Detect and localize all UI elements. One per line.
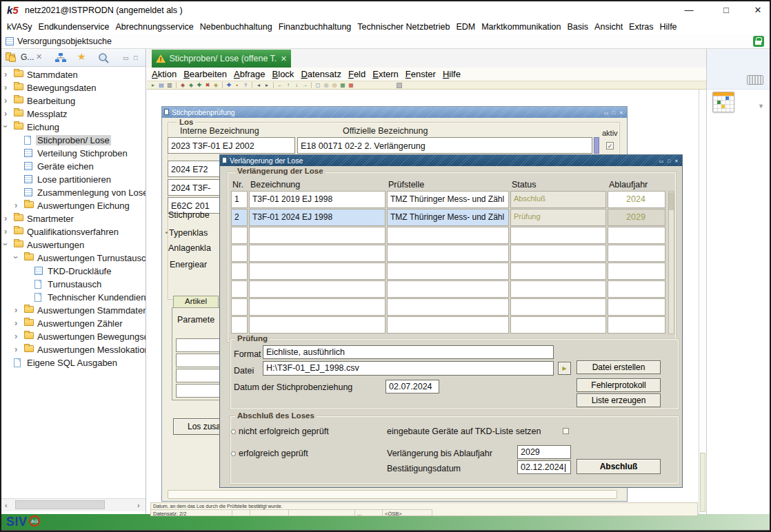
form-menu-block[interactable]: Block — [272, 69, 294, 79]
parameter-cell-3[interactable] — [176, 369, 221, 382]
tree-item-label[interactable]: Turnustausch — [46, 279, 103, 289]
tree-item-eigene-sql-ausgaben[interactable]: Eigene SQL Ausgaben — [1, 356, 146, 369]
tree-item-label[interactable]: Auswertungen Eichung — [36, 201, 131, 211]
form-menu-feld[interactable]: Feld — [348, 69, 366, 79]
toolbar-execute-query-icon[interactable]: ✚ — [196, 82, 203, 89]
table-cell-nr-row3[interactable] — [231, 227, 248, 244]
table-cell-bezeichnung-row7[interactable] — [249, 298, 386, 316]
tree-item-turnustausch[interactable]: Turnustausch — [1, 278, 146, 291]
table-cell-ablaufjahr-row7[interactable] — [608, 298, 665, 316]
tree-item-verteilung-stichproben[interactable]: Verteilung Stichproben — [1, 147, 146, 160]
datum-stichprobenziehung-field[interactable]: 02.07.2024 — [386, 380, 439, 393]
expand-icon[interactable]: › — [14, 331, 17, 341]
app-menu-kvasy[interactable]: kVASy — [7, 22, 32, 32]
table-cell-ablaufjahr-row4[interactable] — [608, 245, 665, 262]
tree-item-label[interactable]: Auswertungen Turnustausch — [36, 253, 146, 263]
table-cell-ablaufjahr-row2[interactable]: 2029 — [608, 209, 665, 226]
tree-item-label[interactable]: Qualifikationsverfahren — [26, 227, 120, 237]
toolbar-run-icon[interactable]: ▸ — [150, 82, 157, 89]
tree-item-label[interactable]: Eigene SQL Ausgaben — [26, 358, 119, 368]
table-cell-nr-row7[interactable] — [231, 298, 248, 316]
tree-item-stichproben-lose[interactable]: Stichproben/ Lose — [1, 134, 146, 147]
dialog-window-controls[interactable]: ▭ □ ✕ — [659, 156, 680, 167]
toolbar-prev-record-icon[interactable]: ↑ — [285, 82, 292, 89]
tree-item-stammdaten[interactable]: ›Stammdaten — [1, 68, 146, 81]
toolbar-handle[interactable] — [397, 83, 402, 88]
form-menu-abfrage[interactable]: Abfrage — [234, 69, 266, 79]
tree-item-technischer-kundendienst[interactable]: Technischer Kundendienst — [1, 291, 146, 304]
tree-item-label[interactable]: Verteilung Stichproben — [36, 148, 129, 158]
table-cell-ablaufjahr-row3[interactable] — [608, 227, 665, 244]
chevron-down-icon[interactable]: ▼ — [758, 103, 764, 110]
collapse-icon[interactable]: › — [11, 256, 21, 258]
expand-icon[interactable]: › — [4, 95, 7, 105]
verlaengerung-ablaufjahr-field[interactable]: 2029 — [517, 445, 571, 459]
table-cell-ablaufjahr-row5[interactable] — [608, 263, 665, 280]
app-menu-ansicht[interactable]: Ansicht — [594, 22, 623, 32]
form-menu-hilfe[interactable]: Hilfe — [443, 69, 461, 79]
toolbar-print-icon[interactable]: ▥ — [166, 82, 173, 89]
toolbar-delete-record-icon[interactable]: ▪ — [234, 82, 241, 89]
toolbar-export-icon[interactable]: ▦ — [339, 82, 346, 89]
table-cell-pruefstelle-row8[interactable] — [387, 316, 509, 334]
toolbar-help-icon[interactable]: ? — [242, 82, 249, 89]
tree-item-qualifikationsverfahren[interactable]: ›Qualifikationsverfahren — [1, 225, 146, 238]
form-horizontal-scrollbar[interactable] — [168, 490, 617, 499]
toolbar-prev-block-icon[interactable]: ◂ — [255, 82, 262, 89]
app-menu-abrechnungsservice[interactable]: Abrechnungsservice — [115, 22, 193, 32]
toolbar-list-values-icon[interactable]: ◻ — [314, 82, 321, 89]
maximize-button[interactable]: □ — [716, 4, 737, 17]
table-cell-pruefstelle-row2[interactable]: TMZ Thüringer Mess- und Zähl — [387, 209, 509, 226]
expand-icon[interactable]: › — [4, 226, 7, 236]
quickbar-item-versorgungsobjektsuche[interactable]: Versorgungsobjektsuche — [17, 37, 112, 46]
tree-item-label[interactable]: Messplatz — [26, 109, 69, 119]
tree-item-auswertungen-eichung[interactable]: ›Auswertungen Eichung — [1, 199, 146, 212]
los-row-interne-1[interactable]: 2023 T3F-01 EJ 2002 — [168, 137, 295, 154]
format-field[interactable]: Eichliste, ausführlich — [263, 345, 554, 359]
tree-item-lose-partitionieren[interactable]: Lose partitionieren — [1, 173, 146, 186]
tree-item-zusammenlegung-von-losen[interactable]: Zusammenlegung von Losen — [1, 186, 146, 199]
dialog-titlebar[interactable]: Verlängerung der Lose ▭ □ ✕ — [220, 155, 682, 166]
parameter-cell-1[interactable] — [176, 338, 221, 352]
tree-item-auswertungen-stammdaten[interactable]: ›Auswertungen Stammdaten — [1, 304, 146, 317]
app-menu-nebenbuchhaltung[interactable]: Nebenbuchhaltung — [200, 22, 272, 32]
scrollbar-thumb[interactable] — [15, 500, 105, 509]
table-cell-ablaufjahr-row1[interactable]: 2024 — [608, 191, 665, 208]
tree-item-label[interactable]: Auswertungen — [26, 240, 86, 250]
liste-erzeugen-button[interactable]: Liste erzeugen — [577, 393, 661, 407]
table-cell-nr-row5[interactable] — [231, 263, 248, 280]
tree-item-label[interactable]: Bewegungsdaten — [26, 83, 97, 93]
tree-item-label[interactable]: TKD-Druckläufe — [46, 266, 112, 276]
tree-item-auswertungen-messlokatione[interactable]: ›Auswertungen Messlokatione — [1, 343, 146, 356]
close-button[interactable]: ✕ — [748, 4, 768, 17]
scrollbar-thumb[interactable] — [669, 192, 674, 210]
toolbar-first-record-icon[interactable]: ← — [277, 82, 283, 89]
tree-item-label[interactable]: Eichung — [26, 122, 61, 132]
datei-browse-button[interactable]: ▸ — [558, 362, 571, 375]
tree-item-label[interactable]: Smartmeter — [26, 214, 75, 224]
toolbar-save-icon[interactable]: ▤ — [158, 82, 165, 89]
toolbar-next-record-icon[interactable]: ↓ — [293, 82, 300, 89]
los-row-scrollbar[interactable] — [594, 137, 599, 154]
form-window-controls[interactable]: ▭ □ ✕ — [603, 108, 625, 119]
form-menu-bearbeiten[interactable]: Bearbeiten — [183, 69, 227, 79]
table-cell-bezeichnung-row6[interactable] — [249, 280, 386, 298]
expand-icon[interactable]: › — [4, 108, 7, 119]
tree-item-ger-te-eichen[interactable]: Geräte eichen — [1, 160, 146, 173]
table-cell-status-row4[interactable] — [510, 245, 606, 262]
app-menu-technischer netzbetrieb[interactable]: Technischer Netzbetrieb — [357, 22, 450, 32]
table-cell-bezeichnung-row4[interactable] — [249, 245, 386, 262]
search-icon[interactable] — [98, 52, 109, 63]
parameter-cell-4[interactable] — [176, 384, 221, 398]
navigator-tab-close-icon[interactable]: ✕ — [36, 52, 42, 61]
tree-item-auswertungen-z-hler[interactable]: ›Auswertungen Zähler — [1, 317, 146, 330]
tree-item-label[interactable]: Technischer Kundendienst — [46, 292, 146, 303]
scroll-right-icon[interactable]: › — [137, 501, 140, 509]
tree-item-label[interactable]: Geräte eichen — [36, 161, 95, 172]
table-cell-pruefstelle-row7[interactable] — [387, 298, 509, 316]
toolbar-last-record-icon[interactable]: → — [301, 82, 308, 89]
tree-item-label[interactable]: Stichproben/ Lose — [36, 135, 111, 145]
tree-item-label[interactable]: Bearbeitung — [26, 96, 77, 106]
expand-icon[interactable]: › — [4, 82, 7, 92]
collapse-icon[interactable]: › — [1, 125, 11, 127]
